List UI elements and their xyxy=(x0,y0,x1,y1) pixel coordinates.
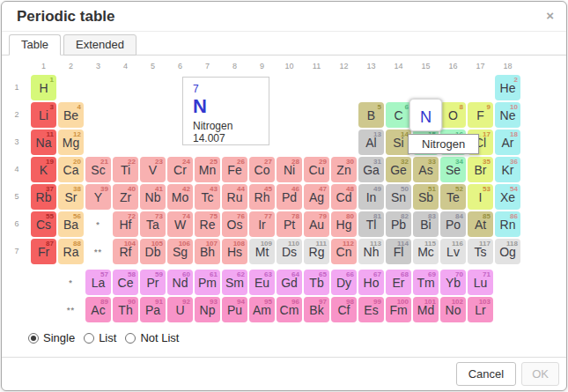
element-cell-Se[interactable]: Se34 xyxy=(440,157,466,182)
element-cell-Rn[interactable]: Rn86 xyxy=(495,211,520,237)
element-cell-Th[interactable]: Th90 xyxy=(113,297,138,322)
element-cell-Sr[interactable]: Sr38 xyxy=(58,184,84,210)
element-cell-Re[interactable]: Re75 xyxy=(195,211,220,237)
element-cell-He[interactable]: He2 xyxy=(495,75,520,100)
element-cell-Cm[interactable]: Cm96 xyxy=(277,297,302,322)
element-cell-At[interactable]: At85 xyxy=(468,211,493,237)
element-cell-Ra[interactable]: Ra88 xyxy=(58,239,84,264)
tab-table[interactable]: Table xyxy=(9,34,61,55)
element-cell-Gd[interactable]: Gd64 xyxy=(277,270,302,295)
element-cell-Tl[interactable]: Tl81 xyxy=(358,211,384,237)
element-cell-Ne[interactable]: Ne10 xyxy=(495,102,520,128)
element-cell-Sn[interactable]: Sn50 xyxy=(386,184,411,210)
element-cell-Nb[interactable]: Nb41 xyxy=(140,184,166,210)
element-cell-Yb[interactable]: Yb70 xyxy=(440,270,466,295)
element-cell-Cn[interactable]: Cn112 xyxy=(331,239,357,264)
element-cell-Pa[interactable]: Pa91 xyxy=(140,297,166,322)
element-cell-Ar[interactable]: Ar18 xyxy=(495,129,520,155)
tab-extended[interactable]: Extended xyxy=(63,34,136,55)
element-cell-Hs[interactable]: Hs108 xyxy=(222,239,247,264)
element-cell-Np[interactable]: Np93 xyxy=(195,297,220,322)
close-icon[interactable]: × xyxy=(546,8,554,23)
element-cell-Hg[interactable]: Hg80 xyxy=(331,211,357,237)
element-cell-Lv[interactable]: Lv116 xyxy=(440,239,466,264)
element-cell-Tc[interactable]: Tc43 xyxy=(195,184,220,210)
element-cell-Bh[interactable]: Bh107 xyxy=(195,239,220,264)
element-cell-Co[interactable]: Co27 xyxy=(249,157,275,182)
element-cell-Pt[interactable]: Pt78 xyxy=(277,211,302,237)
element-cell-Ts[interactable]: Ts117 xyxy=(468,239,493,264)
element-cell-Sm[interactable]: Sm62 xyxy=(222,270,247,295)
element-cell-Rg[interactable]: Rg111 xyxy=(304,239,329,264)
element-cell-Mn[interactable]: Mn25 xyxy=(195,157,220,182)
element-cell-Ac[interactable]: Ac89 xyxy=(85,297,111,322)
element-cell-Ru[interactable]: Ru44 xyxy=(222,184,247,210)
element-cell-Zr[interactable]: Zr40 xyxy=(113,184,138,210)
element-cell-V[interactable]: V23 xyxy=(140,157,166,182)
element-cell-Cr[interactable]: Cr24 xyxy=(167,157,193,182)
element-cell-Cs[interactable]: Cs55 xyxy=(31,211,56,237)
element-cell-Lu[interactable]: Lu71 xyxy=(468,270,493,295)
element-cell-Kr[interactable]: Kr36 xyxy=(495,157,520,182)
element-cell-H[interactable]: H1 xyxy=(31,75,56,100)
element-cell-Dy[interactable]: Dy66 xyxy=(331,270,357,295)
element-cell-In[interactable]: In49 xyxy=(358,184,384,210)
element-cell-Na[interactable]: Na11 xyxy=(31,129,56,155)
element-cell-N[interactable]: N xyxy=(409,99,443,132)
element-cell-Mo[interactable]: Mo42 xyxy=(167,184,193,210)
element-cell-Mt[interactable]: Mt109 xyxy=(249,239,275,264)
element-cell-Es[interactable]: Es99 xyxy=(358,297,384,322)
ok-button[interactable]: OK xyxy=(521,362,559,386)
element-cell-Ti[interactable]: Ti22 xyxy=(113,157,138,182)
element-cell-Fm[interactable]: Fm100 xyxy=(386,297,411,322)
element-cell-Pu[interactable]: Pu94 xyxy=(222,297,247,322)
element-cell-Rb[interactable]: Rb37 xyxy=(31,184,56,210)
element-cell-Mg[interactable]: Mg12 xyxy=(58,129,84,155)
element-cell-B[interactable]: B5 xyxy=(358,102,384,128)
element-cell-Ba[interactable]: Ba56 xyxy=(58,211,84,237)
element-cell-Fl[interactable]: Fl114 xyxy=(386,239,411,264)
element-cell-As[interactable]: As33 xyxy=(413,157,439,182)
element-cell-Be[interactable]: Be4 xyxy=(58,102,84,128)
element-cell-Pr[interactable]: Pr59 xyxy=(140,270,166,295)
element-cell-K[interactable]: K19 xyxy=(31,157,56,182)
element-cell-Au[interactable]: Au79 xyxy=(304,211,329,237)
element-cell-Pd[interactable]: Pd46 xyxy=(277,184,302,210)
element-cell-Ds[interactable]: Ds110 xyxy=(277,239,302,264)
element-cell-Nd[interactable]: Nd60 xyxy=(167,270,193,295)
radio-not-list[interactable]: Not List xyxy=(125,331,179,344)
element-cell-Te[interactable]: Te52 xyxy=(440,184,466,210)
element-cell-Cu[interactable]: Cu29 xyxy=(304,157,329,182)
element-cell-Ho[interactable]: Ho67 xyxy=(358,270,384,295)
cancel-button[interactable]: Cancel xyxy=(456,362,516,386)
element-cell-Sb[interactable]: Sb51 xyxy=(413,184,439,210)
element-cell-Y[interactable]: Y39 xyxy=(85,184,111,210)
element-cell-Hf[interactable]: Hf72 xyxy=(113,211,138,237)
element-cell-Ta[interactable]: Ta73 xyxy=(140,211,166,237)
element-cell-Cd[interactable]: Cd48 xyxy=(331,184,357,210)
element-cell-Bk[interactable]: Bk97 xyxy=(304,297,329,322)
element-cell-Fe[interactable]: Fe26 xyxy=(222,157,247,182)
element-cell-O[interactable]: O8 xyxy=(440,102,466,128)
element-cell-Al[interactable]: Al13 xyxy=(358,129,384,155)
element-cell-Li[interactable]: Li3 xyxy=(31,102,56,128)
element-cell-Sc[interactable]: Sc21 xyxy=(85,157,111,182)
element-cell-Am[interactable]: Am95 xyxy=(249,297,275,322)
element-cell-W[interactable]: W74 xyxy=(167,211,193,237)
element-cell-Xe[interactable]: Xe54 xyxy=(495,184,520,210)
radio-list[interactable]: List xyxy=(84,331,116,344)
element-cell-La[interactable]: La57 xyxy=(85,270,111,295)
element-cell-Rf[interactable]: Rf104 xyxy=(113,239,138,264)
element-cell-Rh[interactable]: Rh45 xyxy=(249,184,275,210)
element-cell-Zn[interactable]: Zn30 xyxy=(331,157,357,182)
element-cell-Nh[interactable]: Nh113 xyxy=(358,239,384,264)
element-cell-Er[interactable]: Er68 xyxy=(386,270,411,295)
element-cell-Pm[interactable]: Pm61 xyxy=(195,270,220,295)
element-cell-Cf[interactable]: Cf98 xyxy=(331,297,357,322)
radio-single[interactable]: Single xyxy=(28,331,75,344)
element-cell-Tb[interactable]: Tb65 xyxy=(304,270,329,295)
element-cell-Mc[interactable]: Mc115 xyxy=(413,239,439,264)
element-cell-F[interactable]: F9 xyxy=(468,102,493,128)
element-cell-Bi[interactable]: Bi83 xyxy=(413,211,439,237)
element-cell-Po[interactable]: Po84 xyxy=(440,211,466,237)
